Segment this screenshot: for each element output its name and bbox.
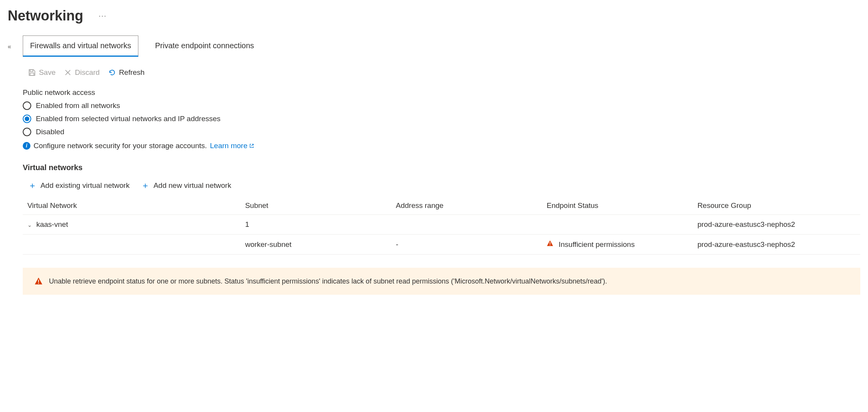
chevron-down-icon[interactable]: ⌄ (27, 222, 32, 228)
cell-subnet: 1 (241, 215, 391, 235)
cell-resource-group: prod-azure-eastusc3-nephos2 (693, 215, 860, 235)
svg-rect-6 (550, 242, 550, 245)
save-icon (28, 69, 36, 76)
radio-enabled-all[interactable]: Enabled from all networks (23, 101, 860, 110)
tab-private-endpoints[interactable]: Private endpoint connections (148, 35, 261, 57)
add-new-vnet-button[interactable]: ＋ Add new virtual network (141, 181, 231, 190)
radio-disabled[interactable]: Disabled (23, 128, 860, 136)
warning-icon (34, 277, 43, 285)
discard-label: Discard (75, 68, 99, 77)
save-label: Save (39, 68, 56, 77)
page-title: Networking (8, 8, 83, 24)
add-existing-vnet-button[interactable]: ＋ Add existing virtual network (28, 181, 130, 190)
plus-icon: ＋ (28, 181, 37, 190)
col-endpoint-status[interactable]: Endpoint Status (542, 197, 693, 215)
info-icon: i (23, 142, 30, 150)
svg-rect-10 (38, 283, 39, 284)
save-button[interactable]: Save (28, 68, 56, 77)
warning-icon (547, 240, 553, 247)
svg-rect-0 (30, 70, 33, 72)
radio-icon (23, 101, 31, 110)
more-actions-icon[interactable]: ··· (99, 12, 107, 20)
add-new-label: Add new virtual network (153, 181, 231, 190)
learn-more-label: Learn more (210, 142, 247, 150)
plus-icon: ＋ (141, 181, 150, 190)
warning-text: Unable retrieve endpoint status for one … (49, 277, 607, 285)
toolbar: Save Discard Refresh (28, 68, 860, 77)
cell-endpoint-status: Insufficient permissions (559, 240, 635, 248)
cell-address-range (391, 215, 542, 235)
col-resource-group[interactable]: Resource Group (693, 197, 860, 215)
discard-button[interactable]: Discard (64, 68, 99, 77)
cell-resource-group: prod-azure-eastusc3-nephos2 (693, 235, 860, 255)
cell-endpoint-status (542, 215, 693, 235)
info-text: Configure network security for your stor… (34, 142, 207, 150)
vnets-heading: Virtual networks (23, 163, 860, 172)
radio-label: Enabled from selected virtual networks a… (36, 115, 220, 123)
refresh-icon (108, 69, 116, 76)
close-icon (64, 69, 72, 76)
table-row[interactable]: worker-subnet - Insufficient permissions… (23, 235, 860, 255)
svg-line-4 (251, 144, 253, 146)
cell-vnet (23, 235, 241, 255)
tab-firewalls[interactable]: Firewalls and virtual networks (23, 35, 138, 57)
cell-address-range: - (391, 235, 542, 255)
cell-vnet: kaas-vnet (36, 220, 68, 228)
radio-label: Disabled (36, 128, 64, 136)
warning-banner: Unable retrieve endpoint status for one … (23, 268, 860, 295)
col-vnet[interactable]: Virtual Network (23, 197, 241, 215)
learn-more-link[interactable]: Learn more (210, 142, 254, 150)
col-subnet[interactable]: Subnet (241, 197, 391, 215)
radio-icon (23, 115, 31, 123)
info-row: i Configure network security for your st… (23, 142, 860, 150)
radio-label: Enabled from all networks (36, 101, 120, 110)
cell-subnet: worker-subnet (241, 235, 391, 255)
radio-enabled-selected[interactable]: Enabled from selected virtual networks a… (23, 115, 860, 123)
add-existing-label: Add existing virtual network (40, 181, 130, 190)
external-link-icon (249, 143, 254, 149)
refresh-label: Refresh (119, 68, 145, 77)
collapse-sidebar-icon[interactable]: « (8, 43, 11, 50)
table-row[interactable]: ⌄ kaas-vnet 1 prod-azure-eastusc3-nephos… (23, 215, 860, 235)
vnet-table: Virtual Network Subnet Address range End… (23, 197, 860, 255)
tabs: Firewalls and virtual networks Private e… (23, 35, 860, 57)
public-access-label: Public network access (23, 88, 860, 97)
svg-rect-1 (30, 73, 34, 75)
refresh-button[interactable]: Refresh (108, 68, 145, 77)
svg-rect-7 (550, 245, 550, 245)
vnet-actions: ＋ Add existing virtual network ＋ Add new… (28, 181, 860, 190)
public-access-radio-group: Enabled from all networks Enabled from s… (23, 101, 860, 136)
col-address-range[interactable]: Address range (391, 197, 542, 215)
radio-icon (23, 128, 31, 136)
svg-rect-9 (38, 280, 39, 282)
